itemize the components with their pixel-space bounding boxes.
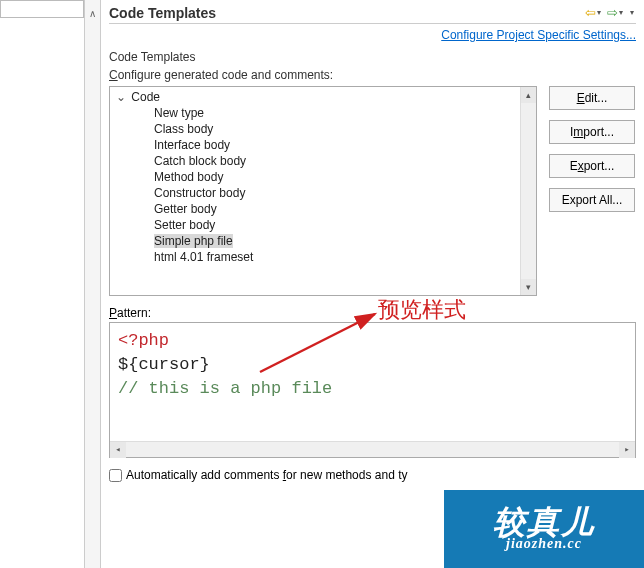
tree-root-label: Code: [131, 90, 160, 104]
horizontal-scrollbar[interactable]: ◂ ▸: [110, 441, 635, 457]
pattern-editor[interactable]: <?php ${cursor} // this is a php file ◂ …: [109, 322, 636, 458]
nav-forward-button[interactable]: ⇨▾: [605, 4, 625, 21]
tree-item[interactable]: Simple php file: [154, 233, 532, 249]
main-panel: Code Templates ⇦▾ ⇨▾ ▾ Configure Project…: [101, 0, 644, 568]
code-line: <?php: [118, 331, 169, 350]
dropdown-icon: ▾: [597, 8, 601, 17]
pattern-label: Pattern:: [109, 306, 636, 320]
auto-comments-checkbox[interactable]: [109, 469, 122, 482]
history-nav: ⇦▾ ⇨▾ ▾: [583, 4, 636, 21]
tree-item[interactable]: Getter body: [154, 201, 532, 217]
vertical-scrollbar[interactable]: ▴ ▾: [520, 87, 536, 295]
import-button[interactable]: Import...: [549, 120, 635, 144]
collapse-icon[interactable]: ∧: [89, 8, 96, 19]
nav-back-button[interactable]: ⇦▾: [583, 4, 603, 21]
tree-item[interactable]: Constructor body: [154, 185, 532, 201]
filter-input[interactable]: [0, 0, 84, 18]
code-line: ${cursor}: [118, 355, 210, 374]
panel-splitter[interactable]: ∧: [85, 0, 101, 568]
edit-button[interactable]: Edit...: [549, 86, 635, 110]
scroll-left-icon[interactable]: ◂: [110, 442, 126, 458]
filter-panel: [0, 0, 85, 568]
dropdown-icon: ▾: [630, 8, 634, 17]
tree-item[interactable]: Setter body: [154, 217, 532, 233]
templates-tree[interactable]: ⌄ Code New typeClass bodyInterface bodyC…: [109, 86, 537, 296]
tree-item[interactable]: Catch block body: [154, 153, 532, 169]
code-line: // this is a php file: [118, 379, 332, 398]
nav-menu-button[interactable]: ▾: [627, 4, 636, 21]
dropdown-icon: ▾: [619, 8, 623, 17]
tree-item[interactable]: New type: [154, 105, 532, 121]
tree-root[interactable]: ⌄ Code: [114, 89, 532, 105]
watermark-main: 较真儿: [493, 506, 595, 538]
section-title: Code Templates: [109, 50, 636, 64]
watermark: 较真儿 jiaozhen.cc: [444, 490, 644, 568]
tree-item[interactable]: Interface body: [154, 137, 532, 153]
configure-label: Configure generated code and comments:: [109, 68, 636, 82]
arrow-right-icon: ⇨: [607, 5, 618, 20]
page-title: Code Templates: [109, 5, 216, 21]
tree-item[interactable]: Class body: [154, 121, 532, 137]
tree-item[interactable]: Method body: [154, 169, 532, 185]
arrow-left-icon: ⇦: [585, 5, 596, 20]
scroll-right-icon[interactable]: ▸: [619, 442, 635, 458]
export-all-button[interactable]: Export All...: [549, 188, 635, 212]
configure-project-link[interactable]: Configure Project Specific Settings...: [441, 28, 636, 42]
scroll-down-icon[interactable]: ▾: [521, 279, 536, 295]
export-button[interactable]: Export...: [549, 154, 635, 178]
tree-item[interactable]: html 4.01 frameset: [154, 249, 532, 265]
watermark-sub: jiaozhen.cc: [506, 536, 582, 552]
scroll-up-icon[interactable]: ▴: [521, 87, 536, 103]
auto-comments-label: Automatically add comments for new metho…: [126, 468, 407, 482]
chevron-down-icon[interactable]: ⌄: [114, 90, 128, 104]
